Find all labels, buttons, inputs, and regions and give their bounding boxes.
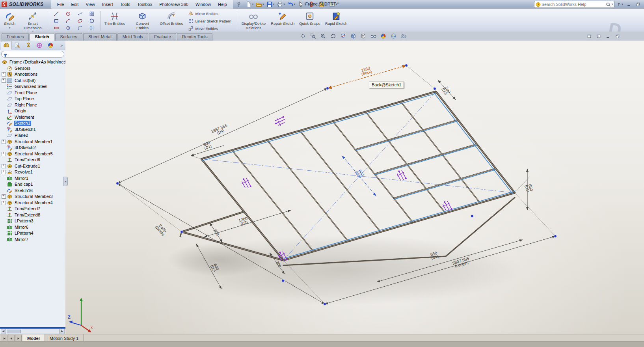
search-input[interactable]	[541, 2, 606, 7]
quick-access-button[interactable]: ▾	[275, 0, 286, 8]
command-button[interactable]: Quick Snaps ▾	[297, 10, 322, 32]
entity-tool-button[interactable]: ▾	[75, 17, 87, 24]
command-button[interactable]: Linear Sketch Pattern ▾	[186, 17, 235, 25]
manager-tab[interactable]	[23, 41, 34, 50]
tree-item[interactable]: Weldment	[0, 114, 65, 121]
panel-splitter-handle[interactable]: ◂	[63, 177, 68, 186]
tree-item[interactable]: Trim/Extend9	[0, 157, 65, 163]
tree-item[interactable]: Revolve1	[0, 169, 65, 175]
expand-toggle[interactable]	[2, 164, 6, 168]
expand-toggle[interactable]	[2, 72, 6, 76]
expand-toggle[interactable]	[2, 170, 6, 174]
view-tool-button[interactable]: ▾	[349, 32, 359, 40]
tree-item[interactable]: Top Plane	[0, 96, 65, 102]
graphics-viewport[interactable]: Zx 1857.555(D4)1160(Back)200(D2)300(D1)8…	[65, 41, 644, 334]
view-tool-button[interactable]: ▾	[319, 32, 329, 40]
tree-item[interactable]: 3D 3DSketch1	[0, 127, 65, 133]
manager-tab[interactable]	[45, 41, 56, 50]
menu-item[interactable]: Edit	[67, 0, 82, 8]
search-dropdown-caret-icon[interactable]: ▾	[611, 3, 613, 6]
tree-horizontal-scrollbar[interactable]: ◀ ▶	[1, 329, 65, 334]
tree-item[interactable]: LPattern3	[0, 218, 65, 224]
quick-access-button[interactable]: ▾	[307, 0, 318, 8]
command-button[interactable]: Display/Delete Relations ▾	[239, 10, 268, 32]
entity-tool-button[interactable]: ▾	[75, 24, 87, 32]
ribbon-tab[interactable]: Sketch	[30, 33, 54, 41]
window-restore-button[interactable]	[634, 1, 642, 8]
smart-dimension-button[interactable]: Smart Dimension ▾	[18, 10, 47, 32]
quick-access-button[interactable]: ▾	[255, 0, 265, 8]
ribbon-tab[interactable]: Surfaces	[55, 33, 82, 41]
help-button[interactable]: ?▾	[616, 1, 624, 8]
menu-item[interactable]: Window	[192, 0, 214, 8]
tree-item[interactable]: Structural Member3	[0, 194, 65, 200]
document-window-button[interactable]	[604, 33, 612, 39]
entity-tool-button[interactable]: ▾	[51, 17, 63, 24]
tree-item[interactable]: End cap1	[0, 181, 65, 188]
entity-tool-button[interactable]: ▾	[87, 24, 99, 32]
command-button[interactable]: Move Entities ▾	[186, 25, 235, 32]
ribbon-tab[interactable]: Features	[2, 33, 29, 41]
manager-tab[interactable]	[1, 41, 12, 50]
tree-item[interactable]: Trim/Extend8	[0, 212, 65, 218]
document-window-button[interactable]	[595, 33, 602, 39]
quick-access-button[interactable]: ▾	[244, 0, 255, 8]
tree-item[interactable]: Cut-Extrude1	[0, 163, 65, 170]
ribbon-tab[interactable]: Evaluate	[149, 33, 176, 41]
tree-item[interactable]: LPattern4	[0, 230, 65, 237]
entity-tool-button[interactable]: ▾	[63, 10, 75, 17]
pin-icon[interactable]	[236, 1, 242, 7]
entity-tool-button[interactable]: ▾	[51, 24, 63, 32]
window-minimize-button[interactable]	[625, 1, 633, 8]
document-mode-tab[interactable]: Model	[22, 334, 45, 341]
command-button[interactable]: Mirror Entities ▾	[186, 10, 235, 17]
entity-tool-button[interactable]: ▾	[63, 17, 75, 24]
entity-tool-button[interactable]: ▾	[63, 24, 75, 32]
view-tool-button[interactable]: ▾	[309, 32, 319, 40]
tab-nav-button[interactable]	[8, 335, 15, 341]
tab-nav-button[interactable]	[1, 335, 7, 341]
tree-item[interactable]: Annotations	[0, 71, 65, 78]
menu-item[interactable]: Insert	[99, 0, 117, 8]
scroll-left-icon[interactable]: ◀	[1, 329, 6, 334]
tree-item[interactable]: Mirror6	[0, 224, 65, 231]
manager-tab[interactable]	[34, 41, 45, 50]
expand-toggle[interactable]	[2, 201, 6, 205]
menu-item[interactable]: PhotoView 360	[156, 0, 192, 8]
expand-toggle[interactable]	[2, 194, 6, 199]
tree-item[interactable]: Frame (Default<As Machined><	[0, 59, 65, 65]
tree-item[interactable]: Trim/Extend7	[0, 206, 65, 212]
view-tool-button[interactable]: ▾	[339, 32, 349, 40]
tree-item[interactable]: Plane2	[0, 132, 65, 139]
tree-item[interactable]: Structural Member4	[0, 200, 65, 206]
quick-access-button[interactable]: ▾	[296, 0, 307, 8]
tree-item[interactable]: Right Plane	[0, 102, 65, 108]
menu-item[interactable]: Toolbox	[134, 0, 156, 8]
view-tool-button[interactable]: ▾	[399, 32, 409, 40]
command-button[interactable]: Trim Entities ▾	[102, 10, 127, 32]
quick-access-button[interactable]: ▾	[265, 0, 276, 8]
menu-item[interactable]: File	[54, 0, 68, 8]
tree-item[interactable]: 3D 3DSketch2	[0, 145, 65, 151]
entity-tool-button[interactable]: ▾	[87, 10, 99, 17]
view-tool-button[interactable]: ▾	[359, 32, 369, 40]
tree-item[interactable]: Mirror1	[0, 175, 65, 182]
entity-tool-button[interactable]: ▾	[75, 10, 87, 17]
expand-toggle[interactable]	[2, 78, 6, 83]
menu-item[interactable]: View	[82, 0, 99, 8]
command-button[interactable]: Repair Sketch ▾	[269, 10, 296, 32]
tree-item[interactable]: Sketch1	[0, 120, 65, 127]
scrollbar-thumb[interactable]	[7, 330, 21, 333]
entity-tool-button[interactable]: ▾	[87, 17, 99, 24]
ribbon-tab[interactable]: Mold Tools	[117, 33, 148, 41]
tree-item[interactable]: Front Plane	[0, 90, 65, 96]
tree-item[interactable]: Origin	[0, 108, 65, 114]
view-tool-button[interactable]: ▾	[369, 32, 380, 40]
view-tool-button[interactable]: ▾	[389, 32, 400, 40]
sketch-button[interactable]: Sketch ▾	[2, 10, 17, 32]
tree-item[interactable]: Structural Member5	[0, 151, 65, 157]
view-tool-button[interactable]: ▾	[329, 32, 339, 40]
tab-nav-button[interactable]	[15, 335, 22, 341]
tree-item[interactable]: Galvanized Steel	[0, 84, 65, 90]
command-button[interactable]: Rapid Sketch ▾	[323, 10, 350, 32]
